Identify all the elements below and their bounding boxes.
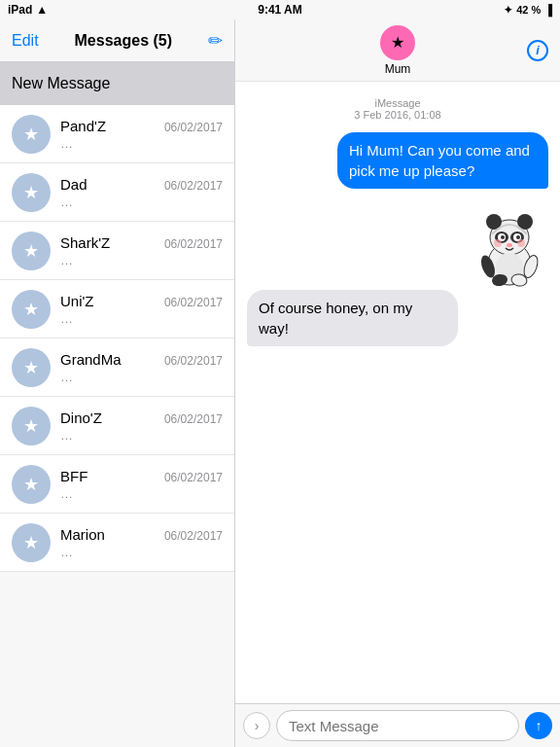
- carrier-label: iPad: [8, 3, 32, 17]
- status-bar: iPad ▲ 9:41 AM ✦ 42 % ▐: [0, 0, 560, 19]
- message-preview: …: [60, 428, 223, 443]
- incoming-bubble: Of course honey, on my way!: [247, 290, 458, 346]
- message-list: ★ Pand'Z 06/02/2017 … ★ Dad 06/02/2017 ……: [0, 105, 234, 747]
- avatar: ★: [12, 523, 51, 562]
- avatar-star: ★: [23, 415, 39, 437]
- avatar-star: ★: [23, 299, 39, 320]
- message-item-3[interactable]: ★ Uni'Z 06/02/2017 …: [0, 280, 234, 338]
- message-content: Marion 06/02/2017 …: [60, 526, 223, 559]
- message-name: Marion: [60, 526, 105, 543]
- message-name: GrandMa: [60, 351, 122, 368]
- message-date: 06/02/2017: [164, 296, 223, 309]
- message-timestamp: iMessage 3 Feb 2016, 01:08: [247, 97, 548, 121]
- message-content: GrandMa 06/02/2017 …: [60, 351, 223, 384]
- avatar: ★: [12, 465, 51, 504]
- chat-messages: iMessage 3 Feb 2016, 01:08 Hi Mum! Can y…: [235, 82, 560, 703]
- avatar-star: ★: [23, 357, 39, 378]
- outgoing-text: Hi Mum! Can you come and pick me up plea…: [349, 142, 530, 179]
- message-preview: …: [60, 545, 223, 559]
- svg-point-8: [501, 235, 505, 239]
- message-date: 06/02/2017: [164, 471, 223, 484]
- message-content: Uni'Z 06/02/2017 …: [60, 293, 223, 326]
- edit-button[interactable]: Edit: [12, 32, 39, 50]
- message-preview: …: [60, 486, 223, 501]
- message-date: 06/02/2017: [164, 354, 223, 368]
- avatar-star: ★: [23, 124, 39, 145]
- message-name: Dad: [60, 176, 88, 193]
- avatar: ★: [12, 407, 51, 445]
- message-date: 06/02/2017: [164, 179, 223, 193]
- text-input[interactable]: [276, 710, 519, 741]
- battery-label: 42 %: [516, 4, 541, 16]
- chat-header: ★ Mum i: [235, 19, 560, 82]
- message-date: 06/02/2017: [164, 237, 223, 251]
- message-item-0[interactable]: ★ Pand'Z 06/02/2017 …: [0, 105, 234, 163]
- new-message-label: New Message: [12, 75, 110, 92]
- status-right: ✦ 42 % ▐: [504, 4, 552, 17]
- incoming-bubble-row: Of course honey, on my way!: [247, 290, 548, 346]
- input-area: › ↑: [235, 703, 560, 747]
- avatar: ★: [12, 348, 51, 387]
- battery-icon: ▐: [544, 4, 552, 16]
- app-container: Edit Messages (5) ✏ New Message ★ Pand'Z…: [0, 19, 560, 747]
- message-content: Dad 06/02/2017 …: [60, 176, 223, 209]
- avatar: ★: [12, 173, 51, 212]
- message-preview: …: [60, 370, 223, 384]
- svg-point-12: [517, 239, 525, 247]
- message-content: Pand'Z 06/02/2017 …: [60, 118, 223, 151]
- message-content: Dino'Z 06/02/2017 …: [60, 409, 223, 443]
- emoji-button[interactable]: ›: [243, 712, 270, 739]
- message-content: Shark'Z 06/02/2017 …: [60, 234, 223, 267]
- message-preview: …: [60, 195, 223, 209]
- message-date: 06/02/2017: [164, 121, 223, 134]
- status-left: iPad ▲: [8, 3, 48, 17]
- message-item-2[interactable]: ★ Shark'Z 06/02/2017 …: [0, 222, 234, 280]
- message-name: BFF: [60, 468, 88, 484]
- avatar-star: ★: [23, 182, 39, 203]
- message-preview: …: [60, 253, 223, 267]
- bluetooth-icon: ✦: [504, 4, 512, 17]
- new-message-row[interactable]: New Message: [0, 62, 234, 105]
- message-item-4[interactable]: ★ GrandMa 06/02/2017 …: [0, 338, 234, 397]
- info-button[interactable]: i: [527, 40, 548, 61]
- message-item-1[interactable]: ★ Dad 06/02/2017 …: [0, 163, 234, 222]
- avatar-emoji: ★: [391, 33, 404, 52]
- compose-button[interactable]: ✏: [208, 30, 223, 52]
- message-content: BFF 06/02/2017 …: [60, 468, 223, 501]
- avatar-star: ★: [23, 474, 39, 495]
- message-name: Pand'Z: [60, 118, 106, 134]
- message-date: 06/02/2017: [164, 412, 223, 426]
- chat-panel: ★ Mum i iMessage 3 Feb 2016, 01:08 Hi Mu…: [235, 19, 560, 747]
- message-item-5[interactable]: ★ Dino'Z 06/02/2017 …: [0, 397, 234, 455]
- message-preview: …: [60, 311, 223, 326]
- status-time: 9:41 AM: [258, 3, 302, 17]
- avatar: ★: [12, 290, 51, 329]
- avatar: ★: [12, 115, 51, 154]
- sidebar: Edit Messages (5) ✏ New Message ★ Pand'Z…: [0, 19, 235, 747]
- avatar-star: ★: [23, 532, 39, 553]
- contact-name: Mum: [385, 62, 411, 76]
- outgoing-bubble: Hi Mum! Can you come and pick me up plea…: [337, 132, 548, 189]
- wifi-icon: ▲: [36, 3, 48, 17]
- sidebar-nav: Edit Messages (5) ✏: [0, 19, 234, 62]
- message-item-6[interactable]: ★ BFF 06/02/2017 …: [0, 455, 234, 514]
- svg-point-9: [516, 235, 520, 239]
- message-item-7[interactable]: ★ Marion 06/02/2017 …: [0, 514, 234, 572]
- incoming-text: Of course honey, on my way!: [259, 300, 412, 337]
- contact-avatar: ★: [380, 25, 415, 60]
- svg-point-10: [507, 243, 512, 247]
- avatar: ★: [12, 231, 51, 270]
- avatar-star: ★: [23, 240, 39, 262]
- sticker-area: [247, 200, 548, 278]
- outgoing-bubble-row: Hi Mum! Can you come and pick me up plea…: [247, 132, 548, 189]
- message-name: Shark'Z: [60, 234, 110, 251]
- svg-point-11: [494, 239, 502, 247]
- panda-sticker: [471, 200, 548, 278]
- message-date: 06/02/2017: [164, 529, 223, 543]
- message-name: Dino'Z: [60, 409, 102, 426]
- send-button[interactable]: ↑: [525, 712, 552, 739]
- message-preview: …: [60, 136, 223, 151]
- message-name: Uni'Z: [60, 293, 94, 309]
- sidebar-title: Messages (5): [75, 32, 173, 50]
